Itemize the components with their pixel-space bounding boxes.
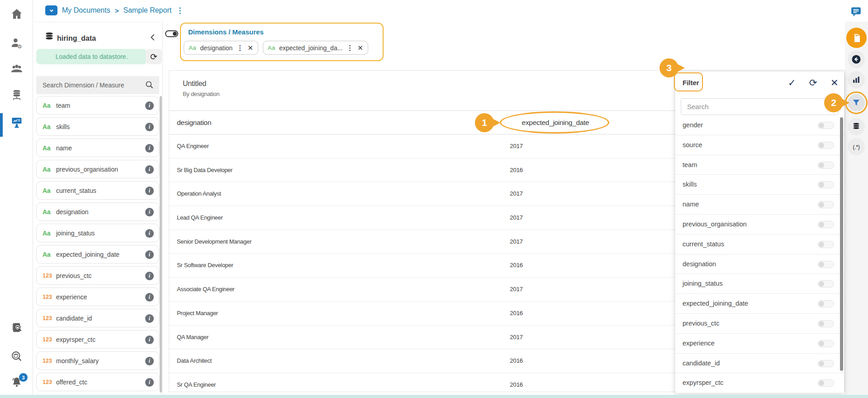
field-item[interactable]: Aa team i [36,96,159,115]
filter-field-label: previous_ctc [683,320,719,327]
comments-icon[interactable] [850,6,862,19]
apply-filter-check-icon[interactable]: ✓ [788,77,796,88]
info-icon[interactable]: i [145,101,154,110]
field-item[interactable]: 123 monthly_salary i [36,351,159,370]
field-item[interactable]: Aa expected_joining_date i [36,245,159,264]
info-icon[interactable]: i [145,165,154,174]
breadcrumb-sample-report[interactable]: Sample Report [123,6,171,14]
dimension-chips: Aa designation ⋮ ✕ Aa expected_joining_d… [184,41,368,55]
field-item[interactable]: Aa skills i [36,117,159,136]
annotation-marker-2: 2 [824,93,843,112]
reset-filter-refresh-icon[interactable]: ⟳ [809,77,817,88]
search-icon[interactable] [145,80,155,90]
chip-close-icon[interactable]: ✕ [357,44,363,52]
datastore-server-icon[interactable] [10,89,23,101]
field-item[interactable]: Aa designation i [36,202,159,221]
report-menu-kebab-icon[interactable]: ⋮ [176,6,184,15]
info-icon[interactable]: i [145,293,154,302]
close-filter-icon[interactable]: ✕ [830,77,839,88]
filter-field-label: previous_organisation [683,221,747,228]
field-search-input[interactable] [36,76,140,94]
filter-field-toggle[interactable] [818,300,834,307]
filter-field-list: gender source team skills name [675,115,844,393]
home-icon[interactable] [10,8,23,20]
breadcrumb-my-documents[interactable]: My Documents [62,6,110,14]
field-item[interactable]: Aa joining_status i [36,224,159,242]
data-search-icon[interactable] [10,350,23,363]
cell-year: 2016 [510,310,523,316]
field-label: joining_status [56,230,95,237]
regex-button[interactable]: (.*) [848,138,865,155]
filter-field-toggle[interactable] [818,360,834,367]
field-item[interactable]: 123 previous_ctc i [36,266,159,285]
filter-field-toggle[interactable] [818,221,834,228]
audit-log-search-icon[interactable] [10,321,23,334]
cell-designation: Lead QA Engineer [177,214,223,221]
filter-field-toggle[interactable] [818,261,834,268]
field-item[interactable]: Aa current_status i [36,181,159,200]
filter-field-label: team [683,161,697,168]
info-icon[interactable]: i [145,208,154,216]
filter-field-toggle[interactable] [818,379,834,387]
field-type-badge: Aa [43,123,56,130]
info-icon[interactable]: i [145,336,154,344]
filter-field-row: team [675,155,844,175]
filter-field-toggle[interactable] [818,162,834,169]
dimension-chip[interactable]: Aa designation ⋮ ✕ [184,41,258,55]
filter-field-toggle[interactable] [818,122,834,129]
chart-button[interactable] [848,71,865,88]
filter-field-label: source [683,141,702,149]
chip-close-icon[interactable]: ✕ [247,44,253,52]
filter-field-row: previous_organisation [675,215,844,235]
cell-designation: Project Manager [177,310,218,316]
chip-menu-kebab-icon[interactable]: ⋮ [346,44,353,52]
users-group-icon[interactable] [10,62,23,75]
filter-field-toggle[interactable] [818,241,834,248]
cell-designation: QA Manager [177,334,209,340]
dimensions-toggle-switch[interactable] [165,30,178,37]
report-presentation-icon[interactable] [10,116,23,129]
field-label: name [56,144,72,152]
save-card-button[interactable] [846,28,867,48]
filter-field-toggle[interactable] [818,320,834,327]
filter-field-label: designation [683,260,716,268]
field-list-scrollbar[interactable] [160,96,162,393]
dimension-chip[interactable]: Aa expected_joining_da... ⋮ ✕ [263,41,368,55]
field-label: monthly_salary [56,357,99,364]
info-icon[interactable]: i [145,378,154,387]
filter-field-toggle[interactable] [818,142,834,149]
info-icon[interactable]: i [145,314,154,323]
info-icon[interactable]: i [145,187,154,195]
collapse-panel-icon[interactable] [149,33,159,43]
refresh-datastore-icon[interactable]: ⟳ [146,49,162,64]
folder-icon[interactable] [45,5,57,15]
field-item[interactable]: 123 experience i [36,288,159,306]
field-item[interactable]: Aa name i [36,139,159,157]
filter-field-toggle[interactable] [818,181,834,188]
info-icon[interactable]: i [145,229,154,238]
filter-search-input[interactable] [681,99,838,115]
info-icon[interactable]: i [145,123,154,131]
filter-field-toggle[interactable] [818,280,834,288]
info-icon[interactable]: i [145,250,154,259]
field-item[interactable]: 123 offered_ctc i [36,373,159,391]
filter-field-row: current_status [675,235,844,254]
datastore-button[interactable] [848,118,865,135]
chip-menu-kebab-icon[interactable]: ⋮ [237,44,243,52]
field-item[interactable]: 123 expyrsper_ctc i [36,330,159,349]
regex-icon: (.*) [853,144,859,150]
back-button[interactable] [848,51,865,68]
field-item[interactable]: Aa previous_organisation i [36,160,159,178]
info-icon[interactable]: i [145,357,154,365]
filter-field-label: experience [683,340,715,347]
filter-field-toggle[interactable] [818,201,834,208]
right-tool-rail: (.*) [845,22,868,395]
filter-field-toggle[interactable] [818,340,834,347]
field-item[interactable]: 123 candidate_id i [36,309,159,327]
filter-list-scrollbar[interactable] [840,117,843,371]
info-icon[interactable]: i [145,144,154,153]
filter-button[interactable] [848,94,865,111]
field-type-badge: Aa [43,187,56,194]
info-icon[interactable]: i [145,272,154,280]
field-label: experience [56,293,87,301]
